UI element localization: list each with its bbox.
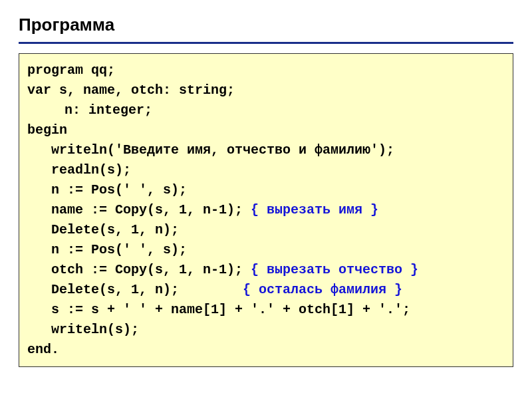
code-comment: { вырезать имя }: [251, 202, 378, 217]
code-line: n := Pos(' ', s);: [27, 240, 505, 260]
code-comment: { осталась фамилия }: [243, 282, 402, 297]
code-line: program qq;: [27, 61, 505, 80]
code-line: begin: [27, 120, 505, 140]
code-line: readln(s);: [27, 160, 505, 180]
code-line: otch := Copy(s, 1, n-1); { вырезать отче…: [27, 260, 505, 280]
code-text: otch := Copy(s, 1, n-1);: [51, 262, 251, 277]
code-line: Delete(s, 1, n); { осталась фамилия }: [27, 280, 505, 300]
code-line: writeln('Введите имя, отчество и фамилию…: [27, 140, 505, 160]
code-line: writeln(s);: [27, 320, 505, 340]
code-line: s := s + ' ' + name[1] + '.' + otch[1] +…: [27, 300, 505, 320]
code-line: var s, name, otch: string;: [27, 80, 505, 100]
code-block: program qq; var s, name, otch: string; n…: [19, 53, 513, 367]
code-line: name := Copy(s, 1, n-1); { вырезать имя …: [27, 200, 505, 220]
code-text: Delete(s, 1, n);: [51, 282, 243, 297]
code-line: n: integer;: [27, 100, 505, 120]
code-line: n := Pos(' ', s);: [27, 180, 505, 200]
code-line: end.: [27, 340, 505, 360]
section-title: Программа: [19, 15, 513, 44]
code-line: Delete(s, 1, n);: [27, 220, 505, 240]
code-comment: { вырезать отчество }: [251, 262, 418, 277]
code-text: name := Copy(s, 1, n-1);: [51, 202, 251, 217]
